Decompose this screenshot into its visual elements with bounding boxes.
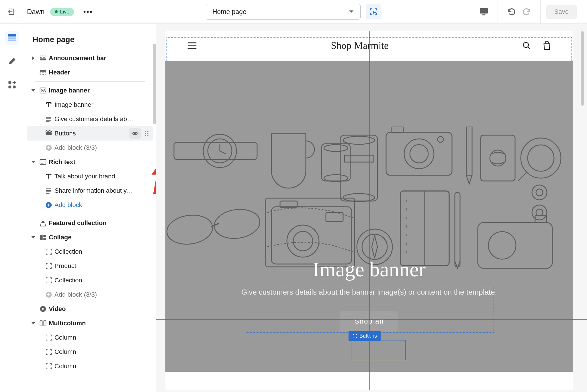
block-item[interactable]: Give customers details ab… xyxy=(27,112,153,126)
svg-rect-16 xyxy=(46,131,52,132)
panel-scrollbar[interactable] xyxy=(153,24,156,392)
section-video[interactable]: Video xyxy=(27,302,153,316)
paintbrush-icon xyxy=(8,57,16,66)
block-item[interactable]: Talk about your brand xyxy=(27,169,153,184)
theme-name: Dawn xyxy=(27,8,44,16)
save-button[interactable]: Save xyxy=(546,5,577,19)
block-item[interactable]: Column xyxy=(27,345,153,359)
left-rail xyxy=(0,24,24,392)
canvas-scrollbar[interactable] xyxy=(581,31,585,385)
svg-rect-11 xyxy=(40,70,46,72)
block-item[interactable]: Buttons xyxy=(27,126,153,141)
section-label: Rich text xyxy=(49,158,150,166)
banner-button[interactable]: Shop all xyxy=(340,311,398,332)
section-label: Collage xyxy=(49,234,150,241)
frame-icon xyxy=(45,262,52,270)
block-item[interactable]: Column xyxy=(27,330,153,345)
caret-down-icon xyxy=(30,87,37,94)
caret-down-icon xyxy=(30,320,37,327)
viewport-desktop-button[interactable] xyxy=(476,5,492,18)
sec-announce-icon xyxy=(39,54,47,62)
svg-point-55 xyxy=(165,212,214,247)
desktop-icon xyxy=(479,8,488,16)
inspector-toggle[interactable] xyxy=(366,4,381,19)
svg-rect-3 xyxy=(8,34,16,37)
svg-rect-10 xyxy=(40,58,46,60)
sec-video-icon xyxy=(39,305,47,313)
svg-point-23 xyxy=(147,135,148,136)
rail-sections-button[interactable] xyxy=(5,31,19,45)
block-label: Collection xyxy=(54,277,150,284)
exit-editor-button[interactable] xyxy=(5,5,19,19)
caret-right-icon xyxy=(30,54,37,62)
svg-rect-51 xyxy=(481,135,515,181)
block-item[interactable]: Image banner xyxy=(27,98,153,112)
svg-rect-8 xyxy=(13,86,15,88)
redo-button[interactable] xyxy=(519,5,535,18)
more-actions-button[interactable]: ••• xyxy=(80,7,96,16)
block-item[interactable]: Collection xyxy=(27,273,153,287)
visibility-toggle[interactable] xyxy=(129,128,141,139)
section-label: Header xyxy=(49,69,150,76)
section-collage[interactable]: Collage xyxy=(27,230,153,245)
svg-rect-6 xyxy=(8,81,11,84)
search-button[interactable] xyxy=(523,42,531,50)
paragraph-icon xyxy=(45,187,52,194)
sec-featured-icon xyxy=(39,219,47,227)
block-label: Product xyxy=(54,262,150,270)
sec-image-icon xyxy=(39,87,47,94)
section-featured-collection[interactable]: Featured collection xyxy=(27,216,153,230)
banner-heading[interactable]: Image banner xyxy=(241,258,497,281)
section-multicolumn[interactable]: Multicolumn xyxy=(27,316,153,330)
exit-icon xyxy=(8,8,16,16)
add-block-button: Add block (3/3) xyxy=(27,287,153,302)
svg-point-74 xyxy=(536,209,543,216)
svg-point-50 xyxy=(438,137,443,142)
section-announcement-bar[interactable]: Announcement bar xyxy=(27,51,153,65)
section-header[interactable]: Header xyxy=(27,65,153,80)
svg-rect-4 xyxy=(8,38,16,39)
caret-down-icon xyxy=(30,234,37,241)
frame-icon xyxy=(45,334,52,341)
svg-rect-1 xyxy=(480,8,488,14)
sections-panel: Home page Announcement barHeaderImage ba… xyxy=(24,24,156,392)
hamburger-button[interactable] xyxy=(187,42,197,50)
banner-text[interactable]: Give customers details about the banner … xyxy=(241,288,497,297)
block-item[interactable]: Column xyxy=(27,359,153,373)
cart-button[interactable] xyxy=(543,41,551,50)
block-item[interactable]: Share information about y… xyxy=(27,184,153,198)
banner-section[interactable]: Image banner Give customers details abou… xyxy=(165,61,573,372)
hamburger-icon xyxy=(187,42,197,50)
svg-point-47 xyxy=(404,139,434,169)
plus-blue-icon xyxy=(45,201,52,209)
section-image-banner[interactable]: Image banner xyxy=(27,83,153,98)
shop-title: Shop Marmite xyxy=(331,40,388,52)
svg-point-35 xyxy=(523,42,529,48)
apps-icon xyxy=(8,81,16,89)
caret-down-icon xyxy=(349,10,354,13)
text-t-icon xyxy=(45,173,52,180)
add-block-button[interactable]: Add block xyxy=(27,198,153,212)
text-t-icon xyxy=(45,101,52,109)
block-label: Collection xyxy=(54,248,150,255)
drag-handle[interactable] xyxy=(143,130,150,137)
selection-tag: Buttons xyxy=(349,331,381,341)
undo-button[interactable] xyxy=(504,5,519,18)
rail-apps-button[interactable] xyxy=(5,78,19,92)
svg-point-44 xyxy=(343,194,375,202)
plus-icon xyxy=(45,144,52,151)
svg-point-73 xyxy=(532,205,547,220)
search-icon xyxy=(523,42,531,50)
section-rich-text[interactable]: Rich text xyxy=(27,155,153,169)
svg-rect-12 xyxy=(40,73,46,74)
block-label: Column xyxy=(54,363,150,370)
block-item[interactable]: Product xyxy=(27,259,153,273)
section-label: Video xyxy=(49,305,150,313)
svg-point-69 xyxy=(488,232,516,259)
block-item[interactable]: Collection xyxy=(27,245,153,259)
rail-theme-settings-button[interactable] xyxy=(5,54,19,68)
block-label: Give customers details ab… xyxy=(54,115,150,123)
page-selector-label: Home page xyxy=(212,8,246,16)
svg-point-56 xyxy=(212,206,262,241)
page-selector[interactable]: Home page xyxy=(206,4,361,20)
